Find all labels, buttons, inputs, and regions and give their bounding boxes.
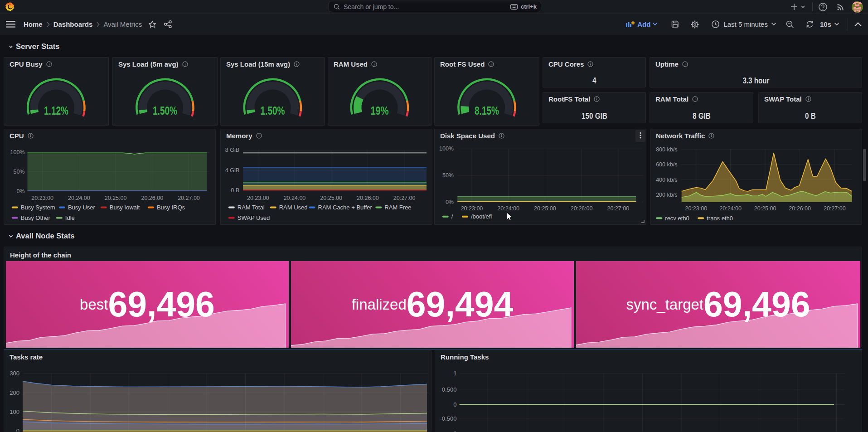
svg-text:20:26:00: 20:26:00 bbox=[357, 195, 379, 201]
svg-text:SWAP Used: SWAP Used bbox=[238, 214, 270, 221]
svg-text:/boot/efi: /boot/efi bbox=[471, 213, 492, 220]
svg-text:-1: -1 bbox=[451, 430, 457, 432]
svg-text:0 B: 0 B bbox=[231, 187, 239, 194]
svg-text:200 kb/s: 200 kb/s bbox=[656, 192, 677, 198]
svg-text:300: 300 bbox=[10, 370, 19, 377]
svg-text:200: 200 bbox=[10, 389, 19, 396]
svg-text:20:27:00: 20:27:00 bbox=[393, 195, 416, 201]
svg-text:-0.500: -0.500 bbox=[440, 415, 457, 422]
svg-text:20:26:00: 20:26:00 bbox=[789, 205, 811, 212]
svg-text:1: 1 bbox=[453, 370, 456, 377]
svg-text:Busy System: Busy System bbox=[21, 204, 55, 211]
svg-text:20:24:00: 20:24:00 bbox=[719, 205, 742, 212]
svg-text:/: / bbox=[451, 213, 453, 220]
svg-text:100: 100 bbox=[10, 408, 19, 415]
svg-text:600 kb/s: 600 kb/s bbox=[656, 161, 677, 168]
svg-text:trans eth0: trans eth0 bbox=[707, 215, 733, 222]
svg-text:RAM Total: RAM Total bbox=[238, 204, 265, 211]
svg-text:20:24:00: 20:24:00 bbox=[68, 195, 90, 201]
svg-text:400 kb/s: 400 kb/s bbox=[656, 177, 677, 183]
svg-text:100%: 100% bbox=[439, 146, 454, 152]
svg-text:1.12%: 1.12% bbox=[44, 104, 68, 117]
svg-text:20:27:00: 20:27:00 bbox=[178, 195, 200, 201]
svg-text:20:24:00: 20:24:00 bbox=[497, 205, 519, 212]
svg-text:recv eth0: recv eth0 bbox=[665, 215, 689, 222]
svg-text:Busy Other: Busy Other bbox=[21, 214, 51, 221]
svg-text:20:24:00: 20:24:00 bbox=[284, 195, 306, 201]
svg-text:0: 0 bbox=[453, 401, 456, 408]
svg-text:20:23:00: 20:23:00 bbox=[461, 205, 483, 212]
svg-text:20:23:00: 20:23:00 bbox=[31, 195, 53, 201]
svg-text:20:23:00: 20:23:00 bbox=[247, 195, 269, 201]
svg-text:1.50%: 1.50% bbox=[153, 104, 177, 117]
svg-text:20:27:00: 20:27:00 bbox=[607, 205, 629, 212]
svg-text:RAM Cache + Buffer: RAM Cache + Buffer bbox=[318, 204, 373, 211]
svg-text:1.50%: 1.50% bbox=[261, 104, 285, 117]
svg-text:800 kb/s: 800 kb/s bbox=[656, 146, 677, 153]
svg-text:100%: 100% bbox=[10, 149, 25, 155]
svg-text:Busy Iowait: Busy Iowait bbox=[110, 204, 140, 211]
svg-text:20:27:00: 20:27:00 bbox=[824, 205, 846, 212]
svg-text:Idle: Idle bbox=[65, 214, 75, 221]
svg-text:0.500: 0.500 bbox=[442, 386, 457, 393]
svg-text:8.15%: 8.15% bbox=[475, 104, 499, 117]
svg-text:50%: 50% bbox=[13, 169, 24, 175]
svg-text:20:25:00: 20:25:00 bbox=[534, 205, 556, 212]
svg-text:20:26:00: 20:26:00 bbox=[571, 205, 593, 212]
svg-text:20:25:00: 20:25:00 bbox=[320, 195, 342, 201]
svg-text:19%: 19% bbox=[371, 104, 389, 117]
svg-text:20:23:00: 20:23:00 bbox=[685, 205, 707, 212]
svg-text:0: 0 bbox=[16, 427, 19, 432]
svg-text:Busy IRQs: Busy IRQs bbox=[157, 204, 185, 211]
svg-text:RAM Free: RAM Free bbox=[384, 204, 411, 211]
svg-text:50%: 50% bbox=[442, 172, 454, 179]
svg-text:4 GiB: 4 GiB bbox=[225, 167, 239, 174]
svg-text:Busy User: Busy User bbox=[68, 204, 96, 211]
svg-text:0%: 0% bbox=[16, 188, 24, 194]
svg-text:0%: 0% bbox=[446, 199, 454, 205]
svg-text:20:26:00: 20:26:00 bbox=[141, 195, 163, 201]
svg-text:8 GiB: 8 GiB bbox=[225, 147, 239, 153]
svg-text:20:25:00: 20:25:00 bbox=[754, 205, 776, 212]
svg-text:RAM Used: RAM Used bbox=[279, 204, 308, 211]
svg-text:20:25:00: 20:25:00 bbox=[105, 195, 127, 201]
